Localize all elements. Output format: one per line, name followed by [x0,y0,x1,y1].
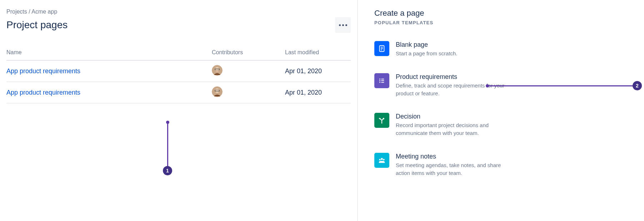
page-link[interactable]: App product requirements [6,89,80,96]
people-icon [374,153,389,168]
callout-connector-line [487,85,634,86]
template-desc: Set meeting agendas, take notes, and sha… [396,161,514,177]
side-title: Create a page [374,9,633,18]
main-panel: Projects / Acme app Project pages Name C… [0,0,357,221]
template-title: Decision [396,113,514,120]
template-blank-page[interactable]: Blank page Start a page from scratch. [374,41,633,57]
template-desc: Record important project decisions and c… [396,121,514,137]
svg-rect-13 [381,80,384,81]
svg-point-1 [215,67,219,71]
template-title: Product requirements [396,73,514,81]
page-link[interactable]: App product requirements [6,67,80,75]
page-icon [374,41,389,56]
template-desc: Start a page from scratch. [396,50,514,57]
col-header-contributors: Contributors [212,49,285,56]
side-panel: Create a page Popular templates Blank pa… [358,0,644,221]
template-title: Meeting notes [396,153,514,160]
page-title: Project pages [6,19,68,31]
list-icon [374,73,389,88]
svg-rect-11 [381,79,384,79]
table-row: App product requirements Apr 01, 2020 [6,82,351,104]
svg-point-16 [381,158,383,160]
more-actions-button[interactable] [335,17,351,33]
svg-point-12 [379,80,380,81]
template-decision[interactable]: Decision Record important project decisi… [374,113,633,137]
breadcrumb-sep: / [29,9,30,15]
branch-icon [374,113,389,128]
breadcrumb-root[interactable]: Projects [6,9,27,15]
template-meeting-notes[interactable]: Meeting notes Set meeting agendas, take … [374,153,633,177]
avatar[interactable] [212,65,223,76]
breadcrumb-current[interactable]: Acme app [31,9,57,15]
avatar[interactable] [212,86,223,97]
breadcrumb: Projects / Acme app [6,9,351,15]
side-subtitle: Popular templates [374,20,633,25]
template-desc: Define, track and scope requirements for… [396,82,514,97]
svg-point-18 [383,159,384,160]
table-header: Name Contributors Last modified [6,49,351,61]
svg-point-14 [379,82,380,83]
template-title: Blank page [396,41,514,49]
col-header-modified: Last modified [285,49,351,56]
table-row: App product requirements Apr 01, 2020 [6,61,351,82]
svg-point-10 [379,79,380,80]
svg-point-4 [215,89,219,93]
modified-date: Apr 01, 2020 [285,67,351,75]
svg-point-17 [379,159,380,160]
modified-date: Apr 01, 2020 [285,89,351,96]
callout-badge-2: 2 [633,81,642,90]
callout-connector-line [167,122,168,167]
svg-rect-15 [381,82,384,82]
col-header-name: Name [6,49,212,56]
callout-badge-1: 1 [163,166,172,175]
